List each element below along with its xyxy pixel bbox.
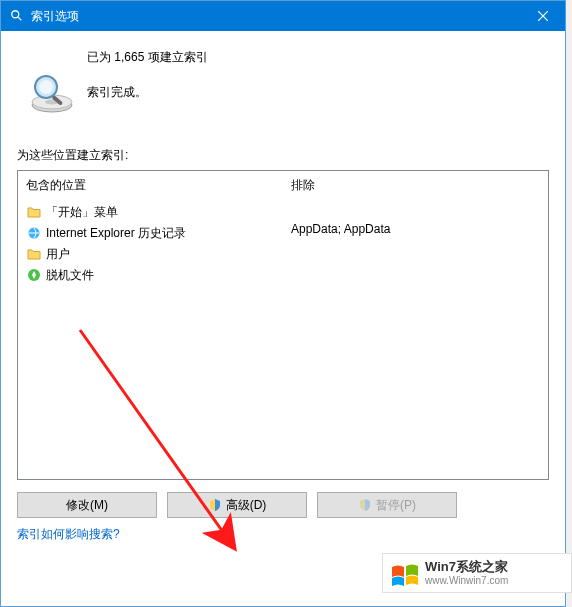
help-link[interactable]: 索引如何影响搜索?: [17, 526, 120, 543]
list-item[interactable]: 脱机文件: [26, 265, 275, 285]
list-item[interactable]: 用户: [26, 244, 275, 264]
watermark-title: Win7系统之家: [425, 560, 508, 574]
folder-icon: [26, 246, 42, 262]
pause-button: 暂停(P): [317, 492, 457, 518]
watermark-url: www.Winwin7.com: [425, 575, 508, 586]
excluded-column: 排除 AppData; AppData: [283, 171, 548, 479]
list-item-label: Internet Explorer 历史记录: [46, 225, 186, 242]
included-header: 包含的位置: [26, 177, 275, 194]
list-item[interactable]: 「开始」菜单: [26, 202, 275, 222]
close-icon: [538, 11, 548, 21]
excluded-header: 排除: [291, 177, 540, 194]
status-text: 已为 1,665 项建立索引 索引完成。: [87, 49, 208, 101]
titlebar: 索引选项: [1, 1, 565, 31]
svg-point-0: [12, 11, 19, 18]
list-item[interactable]: Internet Explorer 历史记录: [26, 223, 275, 243]
window-title: 索引选项: [31, 8, 79, 25]
shield-icon: [208, 498, 222, 512]
folder-icon: [26, 204, 42, 220]
list-item-label: 「开始」菜单: [46, 204, 118, 221]
indexing-options-window: 索引选项 已为 1,665 项建立索引 索引完成: [0, 0, 566, 607]
svg-line-1: [18, 17, 22, 21]
advanced-button[interactable]: 高级(D): [167, 492, 307, 518]
index-complete-text: 索引完成。: [87, 84, 208, 101]
windows-logo-icon: [389, 557, 421, 589]
watermark: Win7系统之家 www.Winwin7.com: [382, 553, 572, 593]
button-row: 修改(M) 高级(D) 暂停(P): [17, 492, 549, 518]
locations-listbox: 包含的位置 「开始」菜单 Internet Explorer 历史记录: [17, 170, 549, 480]
content-area: 已为 1,665 项建立索引 索引完成。 为这些位置建立索引: 包含的位置 「开…: [1, 31, 565, 551]
list-item-label: 用户: [46, 246, 70, 263]
indexed-count-text: 已为 1,665 项建立索引: [87, 49, 208, 66]
button-label: 修改(M): [66, 497, 108, 514]
search-index-icon: [9, 8, 25, 24]
offline-files-icon: [26, 267, 42, 283]
modify-button[interactable]: 修改(M): [17, 492, 157, 518]
locations-label: 为这些位置建立索引:: [17, 147, 549, 164]
status-row: 已为 1,665 项建立索引 索引完成。: [17, 49, 549, 117]
button-label: 高级(D): [226, 497, 267, 514]
svg-point-8: [39, 80, 53, 94]
close-button[interactable]: [520, 1, 565, 31]
list-item-label: 脱机文件: [46, 267, 94, 284]
status-icon-wrap: [17, 49, 87, 117]
button-label: 暂停(P): [376, 497, 416, 514]
shield-icon: [358, 498, 372, 512]
included-column: 包含的位置 「开始」菜单 Internet Explorer 历史记录: [18, 171, 283, 479]
ie-icon: [26, 225, 42, 241]
excluded-text: AppData; AppData: [291, 222, 540, 236]
magnifier-drive-icon: [28, 69, 76, 117]
